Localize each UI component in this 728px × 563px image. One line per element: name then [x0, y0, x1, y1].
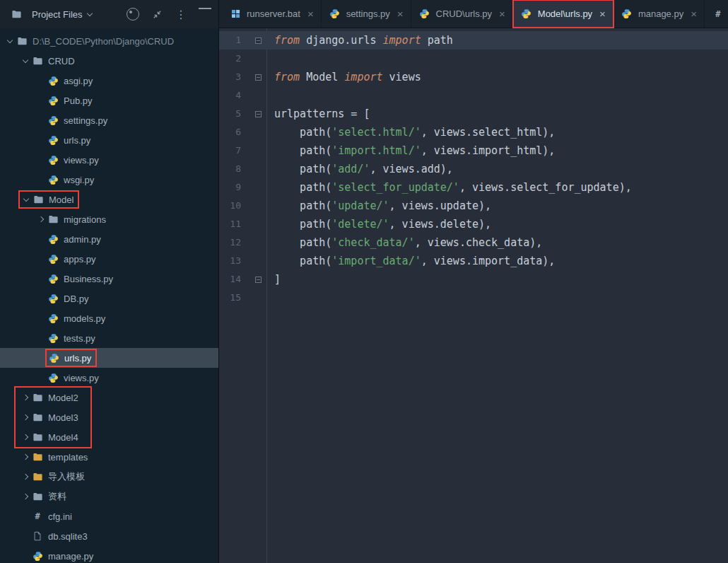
- chevron-down-icon[interactable]: [20, 194, 32, 205]
- tree-item-cfg.ini[interactable]: #cfg.ini: [0, 506, 218, 526]
- tree-item-CRUD[interactable]: CRUD: [0, 51, 218, 71]
- line-number[interactable]: 6: [219, 123, 241, 141]
- fold-marker-icon[interactable]: [241, 68, 266, 86]
- code-text: [266, 289, 274, 307]
- tree-item-views.py[interactable]: views.py: [0, 368, 218, 388]
- tree-item-manage.py[interactable]: manage.py: [0, 546, 218, 563]
- code-text: [266, 86, 274, 105]
- editor-tabbar: runserver.bat×settings.py×CRUD\urls.py×M…: [219, 0, 728, 28]
- close-icon[interactable]: ×: [691, 8, 697, 19]
- annotation-box-urls.py: urls.py: [47, 350, 95, 366]
- tree-item-settings.py[interactable]: settings.py: [0, 110, 218, 130]
- close-icon[interactable]: ×: [599, 8, 606, 19]
- line-number[interactable]: 5: [219, 105, 241, 123]
- close-icon[interactable]: ×: [499, 8, 505, 19]
- fold-gutter: [241, 160, 266, 178]
- tree-item-db.sqlite3[interactable]: db.sqlite3: [0, 526, 218, 546]
- tab-cfg.ini[interactable]: #cfg.ini×: [705, 0, 728, 28]
- tree-item-Business.py[interactable]: Business.py: [0, 269, 218, 289]
- project-view-selector[interactable]: Project Files: [6, 6, 96, 23]
- template-folder-icon: [31, 451, 44, 463]
- line-number[interactable]: 2: [219, 50, 241, 68]
- tree-item-Model2[interactable]: Model2: [0, 388, 218, 407]
- line-number[interactable]: 3: [219, 68, 241, 86]
- tree-item-label: DB.py: [64, 294, 88, 304]
- code-line-9[interactable]: 9 path('select_for_update/', views.selec…: [219, 178, 728, 197]
- fold-gutter: [241, 233, 266, 252]
- tree-item-导入模板[interactable]: 导入模板: [0, 467, 218, 487]
- tree-item-views.py[interactable]: views.py: [0, 150, 218, 170]
- line-number[interactable]: 11: [219, 215, 241, 233]
- tree-item-Model3[interactable]: Model3: [0, 407, 218, 427]
- line-number[interactable]: 4: [219, 86, 241, 105]
- tree-item-tests.py[interactable]: tests.py: [0, 328, 218, 348]
- fold-marker-icon[interactable]: [241, 31, 266, 50]
- tree-item-DB.py[interactable]: DB.py: [0, 289, 218, 308]
- line-number[interactable]: 12: [219, 233, 241, 252]
- code-line-3[interactable]: 3from Model import views: [219, 68, 728, 86]
- line-number[interactable]: 10: [219, 197, 241, 215]
- chevron-spacer: [35, 332, 47, 344]
- tree-item-templates[interactable]: templates: [0, 447, 218, 467]
- code-line-6[interactable]: 6 path('select.html/', views.select_html…: [219, 123, 728, 141]
- code-editor[interactable]: 1from django.urls import path23from Mode…: [219, 28, 728, 563]
- tab-label: manage.py: [638, 8, 683, 19]
- tree-item-models.py[interactable]: models.py: [0, 308, 218, 328]
- tab-Model-urls.py[interactable]: Model\urls.py×: [513, 0, 613, 28]
- hide-panel-icon[interactable]: [199, 8, 211, 21]
- code-line-8[interactable]: 8 path('add/', views.add),: [219, 160, 728, 178]
- line-number[interactable]: 13: [219, 252, 241, 270]
- tree-item-资料[interactable]: 资料: [0, 487, 218, 506]
- tree-item-Model4[interactable]: Model4: [0, 427, 218, 447]
- locate-file-icon[interactable]: [127, 8, 139, 21]
- chevron-right-icon[interactable]: [20, 491, 31, 502]
- line-number[interactable]: 9: [219, 178, 241, 197]
- fold-marker-icon[interactable]: [241, 270, 266, 289]
- tree-item-urls.py[interactable]: urls.py: [0, 130, 218, 150]
- line-number[interactable]: 15: [219, 289, 241, 307]
- code-line-1[interactable]: 1from django.urls import path: [219, 31, 728, 50]
- chevron-right-icon[interactable]: [20, 412, 31, 423]
- chevron-right-icon[interactable]: [20, 392, 31, 403]
- tab-settings.py[interactable]: settings.py×: [322, 0, 411, 28]
- close-icon[interactable]: ×: [307, 8, 314, 19]
- tree-item-D:-B_CODE-Python-Django-CRUD[interactable]: D:\B_CODE\Python\Django\CRUD: [0, 31, 218, 51]
- code-line-12[interactable]: 12 path('check_data/', views.check_data)…: [219, 233, 728, 252]
- tab-manage.py[interactable]: manage.py×: [613, 0, 705, 28]
- code-line-4[interactable]: 4: [219, 86, 728, 105]
- chevron-right-icon[interactable]: [20, 471, 31, 482]
- line-number[interactable]: 8: [219, 160, 241, 178]
- fold-marker-icon[interactable]: [241, 105, 266, 123]
- tree-item-Pub.py[interactable]: Pub.py: [0, 91, 218, 110]
- code-line-7[interactable]: 7 path('import.html/', views.import_html…: [219, 141, 728, 160]
- tab-runserver.bat[interactable]: runserver.bat×: [222, 0, 322, 28]
- code-line-14[interactable]: 14]: [219, 270, 728, 289]
- chevron-right-icon[interactable]: [20, 451, 31, 463]
- folder-icon: [10, 8, 23, 20]
- tree-item-asgi.py[interactable]: asgi.py: [0, 71, 218, 91]
- tree-item-migrations[interactable]: migrations: [0, 209, 218, 229]
- line-number[interactable]: 14: [219, 270, 241, 289]
- close-icon[interactable]: ×: [397, 8, 404, 19]
- tree-item-apps.py[interactable]: apps.py: [0, 249, 218, 269]
- chevron-down-icon[interactable]: [20, 55, 31, 66]
- chevron-right-icon[interactable]: [35, 214, 47, 225]
- line-number[interactable]: 7: [219, 141, 241, 160]
- tree-item-wsgi.py[interactable]: wsgi.py: [0, 170, 218, 190]
- code-line-11[interactable]: 11 path('delete/', views.delete),: [219, 215, 728, 233]
- code-line-2[interactable]: 2: [219, 50, 728, 68]
- code-line-5[interactable]: 5urlpatterns = [: [219, 105, 728, 123]
- collapse-all-icon[interactable]: [151, 8, 163, 21]
- more-options-icon[interactable]: ⋮: [175, 8, 187, 21]
- code-line-10[interactable]: 10 path('update/', views.update),: [219, 197, 728, 215]
- code-line-15[interactable]: 15: [219, 289, 728, 307]
- code-line-13[interactable]: 13 path('import_data/', views.import_dat…: [219, 252, 728, 270]
- tree-item-admin.py[interactable]: admin.py: [0, 229, 218, 249]
- chevron-right-icon[interactable]: [20, 431, 31, 443]
- tree-item-Model[interactable]: Model: [0, 190, 218, 209]
- tree-item-urls.py[interactable]: urls.py: [0, 348, 218, 368]
- tab-CRUD-urls.py[interactable]: CRUD\urls.py×: [411, 0, 513, 28]
- chevron-down-icon[interactable]: [4, 35, 16, 47]
- line-number[interactable]: 1: [219, 31, 241, 50]
- ini-file-icon: #: [31, 511, 44, 522]
